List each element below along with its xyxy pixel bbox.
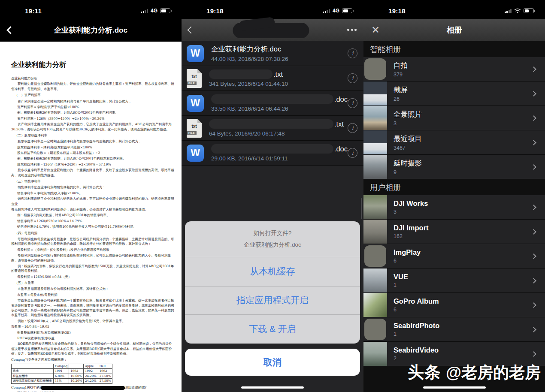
album-title: 延时摄影 <box>394 159 422 168</box>
clock: 19:18 <box>388 7 406 15</box>
doc-paragraph: 股东权益净利率是评价企业获利能力的一个重要的财务比率，反映了企业股东获取投资报酬… <box>11 168 175 178</box>
info-icon[interactable]: i <box>348 48 357 58</box>
doc-paragraph: （五）市盈率 <box>11 280 175 285</box>
table-header-row: Compaq Apple Dell <box>12 364 112 369</box>
album-row[interactable]: 最近项目 3467 <box>363 130 545 155</box>
chevron-right-icon <box>531 91 536 96</box>
album-count: 1 <box>394 282 408 288</box>
doc-paragraph: 衡量整体获利能力:权益报酬率(ROE) <box>11 330 175 335</box>
file-row[interactable]: txt FILE .txt 64 Bytes, 2016/6/20 06:17:… <box>182 116 363 141</box>
doc-paragraph: 股东权益净利率是一定时期企业的净利润与股东权益平均总额的比率，其计算公式为： <box>11 139 175 144</box>
album-title: GoPro Album <box>394 297 439 305</box>
doc-paragraph: 资产利润率是企业一定时期内的净利润与资产平均总额的比率，其计算公式为： <box>11 99 175 104</box>
action-sheet-option[interactable]: 从本机缓存 <box>185 257 360 286</box>
album-count: 379 <box>394 72 408 78</box>
album-row[interactable]: 截屏 26 <box>363 81 545 106</box>
action-sheet-option[interactable]: 指定应用程式开启 <box>185 286 360 315</box>
album-count: 3 <box>394 209 428 215</box>
album-title: VUE <box>394 273 408 281</box>
file-meta: 64 Bytes, 2016/6/20 06:17:48 <box>209 130 344 137</box>
doc-paragraph: （三）销售净利率 <box>11 179 175 184</box>
doc-nav-bar: 企业获利能力分析.doc <box>0 19 182 42</box>
album-row[interactable]: VUE 1 <box>363 268 545 293</box>
battery-icon <box>342 8 352 13</box>
file-row[interactable]: W .doc 33.50 KB, 2016/6/14 06:44:26 i <box>182 91 363 116</box>
info-icon[interactable]: i <box>348 123 357 133</box>
doc-paragraph: 企业获利能力分析 <box>11 76 175 81</box>
file-row[interactable]: W 企业获利能力分析.doc 44.00 KB, 2016/6/28 07:38… <box>182 41 363 66</box>
chevron-right-icon <box>531 229 536 235</box>
album-row[interactable]: DJI Works 3 <box>363 195 545 220</box>
albums-title: 相册 <box>363 25 545 35</box>
doc-paragraph: 市盈率＝16/0.84＝19.05 <box>11 324 175 329</box>
back-chevron-icon[interactable] <box>188 26 195 33</box>
album-thumbnail <box>363 81 387 106</box>
file-name: 企业获利能力分析.doc <box>211 45 288 54</box>
doc-paragraph: 每股利润＝1260/1500＝0.84（元） <box>11 274 175 279</box>
table-caption: Compaq与竞争者之间权益报酬率表： <box>11 357 175 362</box>
album-row[interactable]: 延时摄影 9 <box>363 155 545 179</box>
album-title: 最近项目 <box>394 134 422 144</box>
open-file-action-sheet: 如何打开文件? 企业获利能力分析.doc 从本机缓存指定应用程式开启下载 & 开… <box>185 221 360 344</box>
album-count: 6 <box>394 258 421 264</box>
network-type-label: 4G <box>333 8 339 14</box>
user-albums-list: DJI Works 3 DJI Import 162 <box>363 195 545 366</box>
file-type-icon: W <box>187 45 204 62</box>
cancel-button[interactable]: 取消 <box>185 349 360 376</box>
doc-paragraph: 市盈率是指普通股每股市价与每股利润的比率。其计算公式为： <box>11 286 175 291</box>
redaction-bar <box>41 386 125 390</box>
doc-paragraph: 市盈率＝每股市价/每股利润 <box>11 292 175 297</box>
album-row[interactable]: DJI Import 162 <box>363 220 545 244</box>
file-meta: 29.00 KB, 2016/6/14 01:59:11 <box>211 155 348 162</box>
info-icon[interactable]: i <box>348 98 357 108</box>
action-sheet-option[interactable]: 下载 & 开启 <box>185 314 360 343</box>
status-bar: 19:18 4G <box>182 0 363 19</box>
file-name: .doc <box>211 94 348 104</box>
album-row[interactable]: GoPro Album 6 <box>363 293 545 317</box>
doc-paragraph: （二）股东权益净利率 <box>11 133 175 138</box>
doc-paragraph: 每股利润也称每股收益或每股盈余，是股份公司税后利润分析的一个重要指标，主要是针对… <box>11 237 175 247</box>
album-thumbnail <box>363 106 387 130</box>
file-row[interactable]: txt FILE .txt 341 Bytes, 2016/6/14 01:44… <box>182 66 363 91</box>
album-thumbnail <box>363 155 387 179</box>
info-icon[interactable]: i <box>348 73 357 83</box>
home-indicator[interactable] <box>241 386 304 389</box>
file-list: W 企业获利能力分析.doc 44.00 KB, 2016/6/28 07:38… <box>182 41 363 166</box>
doc-paragraph: 市盈率是反映股份公司获利能力的一个重要财务比率，投资者对这个比率十分重视。这一比… <box>11 298 175 318</box>
doc-paragraph: 例：根据表2的资料，假设发行在外的普通股平均股数为1500万股，并且没有优先股，… <box>11 264 175 274</box>
chevron-right-icon <box>531 253 536 259</box>
album-thumbnail <box>363 342 387 366</box>
album-thumbnail <box>363 220 387 244</box>
redacted-folder-title <box>233 23 309 38</box>
file-type-icon: W <box>187 95 204 112</box>
album-row[interactable]: 全景照片 3 <box>363 106 545 130</box>
scrollbar[interactable] <box>361 198 362 219</box>
album-count: 6 <box>394 307 439 313</box>
watermark-brand: 头条 <box>408 362 441 383</box>
doc-paragraph: 例如：设定2001年末，ABC公司的股票价格为每股16元，计算其市盈率。 <box>11 319 175 323</box>
home-indicator[interactable] <box>423 386 486 389</box>
album-title: 自拍 <box>394 61 408 70</box>
file-row[interactable]: W .doc 29.00 KB, 2016/6/14 01:59:11 i <box>182 141 363 166</box>
info-icon[interactable]: i <box>348 148 357 158</box>
action-sheet-title: 如何打开文件? <box>254 229 292 237</box>
doc-paragraph: 获利能力是指企业赚取利润的能力。评价企业获利能力的财务比率主要有：资产利润率、股… <box>11 81 175 91</box>
doc-paragraph: 销售净利率＝1260/8520×100%＝14.79% <box>11 219 175 223</box>
chevron-right-icon <box>531 164 536 170</box>
more-options-icon[interactable] <box>347 29 357 31</box>
status-bar: 19:18 <box>363 0 545 19</box>
document-page[interactable]: 企业获利能力分析 企业获利能力分析获利能力是指企业赚取利润的能力。评价企业获利能… <box>0 42 182 392</box>
doc-paragraph: （四）每股利润 <box>11 231 175 235</box>
doc-paragraph: 资产利润率主要用来衡量企业资产获利的能力，它反映了企业总资产的利用效率。ABC公… <box>11 122 175 132</box>
file-browser-panel: 19:18 4G W <box>182 0 363 392</box>
album-title: DJI Works <box>394 199 428 208</box>
doc-paragraph: 销售净利率说明了企业净利润占销售收入的比例，它可以评价企业通过销售赚取利润的能力… <box>11 196 175 206</box>
album-row[interactable]: 自拍 379 <box>363 57 545 81</box>
album-row[interactable]: SeabirdPhoto 1 <box>363 317 545 342</box>
doc-paragraph: 每股利润＝（净利润－优先股股利）/发行在外的普通股平均股数 <box>11 247 175 252</box>
album-row[interactable]: ImgPlay 6 <box>363 244 545 268</box>
album-thumbnail <box>363 268 387 292</box>
doc-paragraph: 每股利润是股份公司发行在外的普通股所取得的利润，它可以反映股份公司的获利能力的大… <box>11 253 175 263</box>
album-title: SeabirdPhoto <box>394 322 439 330</box>
chevron-right-icon <box>531 351 536 357</box>
